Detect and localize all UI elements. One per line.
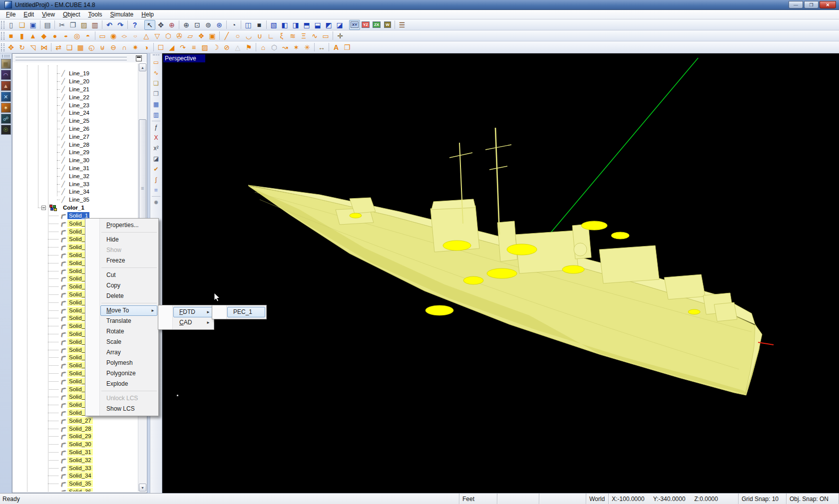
new-file-icon[interactable]: ▯ [5, 20, 16, 30]
tree-item-label[interactable]: Solid_32 [67, 457, 93, 464]
star-tool-icon[interactable]: ✶ [291, 42, 302, 52]
tree-item-label[interactable]: Line_31 [67, 165, 91, 172]
tree-row[interactable]: ╱Line_26 [59, 125, 91, 133]
copy-icon[interactable]: ❐ [67, 20, 78, 30]
help-icon[interactable]: ? [129, 20, 140, 30]
title-bar[interactable]: UntitledProj0 - EM.CUBE 14.8 — ❐ ✕ [0, 0, 839, 10]
tree-row[interactable]: ╱Line_22 [59, 93, 91, 101]
tree-item-label[interactable]: Line_30 [67, 157, 91, 164]
menu-item-polygonize[interactable]: Polygonize [85, 368, 158, 379]
tree-item-label[interactable]: Solid_30 [67, 441, 93, 448]
tree-row[interactable]: ╱Line_19 [59, 69, 91, 77]
tree-row[interactable]: ❮Solid_29 [59, 432, 93, 440]
hatch-tool-icon[interactable]: ▨ [199, 42, 210, 52]
menu-tools[interactable]: Tools [84, 10, 106, 18]
union-tool-icon[interactable]: ⊎ [97, 42, 108, 52]
disc-tool-icon[interactable]: ◇ [119, 31, 130, 41]
tree-item-label[interactable]: Solid_29 [67, 433, 93, 440]
view-isometric-icon[interactable]: ▧ [268, 20, 279, 30]
module-propagation-icon[interactable]: ◠ [1, 70, 11, 80]
cone-tool-icon[interactable]: ▲ [27, 31, 38, 41]
tree-row[interactable]: ╱Line_23 [59, 101, 91, 109]
tree-item-label[interactable]: Line_27 [67, 133, 91, 140]
menu-item-show[interactable]: Show [85, 245, 158, 255]
undo-icon[interactable]: ↶ [104, 20, 115, 30]
plot-icon[interactable]: ◪ [151, 154, 161, 164]
tree-item-label[interactable]: Color_1 [61, 204, 86, 211]
tree-item-label[interactable]: Line_28 [67, 141, 91, 148]
plane-zx-icon[interactable]: ZX [371, 20, 382, 30]
menu-item-fdtd[interactable]: FDTD► [158, 307, 214, 317]
tree-item-label[interactable]: Line_35 [67, 196, 91, 203]
tree-item-label[interactable]: Line_32 [67, 173, 91, 180]
trefoil-tool-icon[interactable]: ❖ [196, 31, 207, 41]
open-file-icon[interactable]: ❏ [16, 20, 27, 30]
arc-tool-icon[interactable]: ∪ [254, 31, 265, 41]
rotate-tool-icon[interactable]: ↻ [16, 42, 27, 52]
menu-help[interactable]: Help [137, 10, 158, 18]
menu-item-translate[interactable]: Translate [85, 316, 158, 326]
tree-item-label[interactable]: Line_21 [67, 86, 91, 93]
subtract-tool-icon[interactable]: ⊖ [108, 42, 119, 52]
tree-item-label[interactable]: Solid_33 [67, 465, 93, 472]
torus-tool-icon[interactable]: ◎ [71, 31, 82, 41]
tree-rebar[interactable] [12, 55, 147, 62]
tree-row[interactable]: ❮Solid_28 [59, 425, 93, 433]
point-tool-icon[interactable]: ✛ [335, 31, 346, 41]
tree-row[interactable]: ╱Line_32 [59, 172, 91, 180]
tree-item-label[interactable]: Line_24 [67, 109, 91, 116]
module-cubecad-icon[interactable]: ▦ [1, 59, 11, 69]
blend-tool-icon[interactable]: ↝ [280, 42, 291, 52]
menu-edit[interactable]: Edit [19, 10, 38, 18]
view-top-icon[interactable]: ⬒ [301, 20, 312, 30]
fillet-tool-icon[interactable]: ◵ [86, 42, 97, 52]
view-bottom-icon[interactable]: ⬓ [312, 20, 323, 30]
mesh-grid-icon[interactable]: ▦ [151, 99, 161, 109]
tree-item-label[interactable]: Line_20 [67, 78, 91, 85]
menu-item-cut[interactable]: Cut [85, 270, 158, 280]
mirror-tool-icon[interactable]: ⋈ [38, 42, 49, 52]
cage-tool-icon[interactable]: ☐ [155, 42, 166, 52]
view-back-icon[interactable]: ◨ [290, 20, 301, 30]
tree-item-label[interactable]: Line_19 [67, 70, 91, 77]
geometry-tree-icon[interactable]: ☰ [397, 20, 408, 30]
burst-tool-icon[interactable]: ✳ [302, 42, 313, 52]
tree-row[interactable]: ╱Line_27 [59, 133, 91, 141]
tree-item-label[interactable]: Line_22 [67, 94, 91, 101]
tree-row[interactable]: ╱Line_28 [59, 141, 91, 149]
toolbar-grip[interactable] [1, 21, 4, 29]
arc-u-tool-icon[interactable]: ◡ [243, 31, 254, 41]
spiral-tool-icon[interactable]: ✇ [174, 31, 185, 41]
module-antenna-icon[interactable]: ✶ [1, 103, 11, 113]
pipe-tool-icon[interactable]: ⊘ [221, 42, 232, 52]
bicone-tool-icon[interactable]: ◆ [38, 31, 49, 41]
tree-collapse-icon[interactable] [41, 206, 46, 210]
menu-item-hide[interactable]: Hide [85, 235, 158, 245]
geodesic-tool-icon[interactable]: ⬡ [163, 31, 174, 41]
polygon-tool-icon[interactable]: ▱ [185, 31, 196, 41]
unfold-icon[interactable]: ❐ [151, 89, 161, 99]
view-right-icon[interactable]: ◪ [334, 20, 345, 30]
mesh-settings-icon[interactable]: ▥ [151, 110, 161, 120]
layers-icon[interactable]: ❏ [151, 78, 161, 88]
tree-row[interactable]: ╱Line_24 [59, 109, 91, 117]
dimension-tool-icon[interactable]: ↔ [316, 42, 327, 52]
zoom-in-icon[interactable]: ⊕ [181, 20, 192, 30]
menu-item-explode[interactable]: Explode [85, 379, 158, 389]
tree-row[interactable]: ╱Line_30 [59, 156, 91, 164]
menu-item-properties[interactable]: Properties... [85, 220, 158, 231]
menu-object[interactable]: Object [59, 10, 84, 18]
pan-icon[interactable]: ✥ [155, 20, 166, 30]
tree-item-label[interactable]: Solid_28 [67, 425, 93, 432]
tree-row[interactable]: ╱Line_25 [59, 117, 91, 125]
pin-tool-icon[interactable]: ⚑ [243, 42, 254, 52]
fullscreen-icon[interactable]: ■ [254, 20, 265, 30]
scale-tool-icon[interactable]: ◹ [27, 42, 38, 52]
menu-item-polymesh[interactable]: Polymesh [85, 358, 158, 368]
hexagon-tool-icon[interactable]: ⬡ [269, 42, 280, 52]
pane-restore-icon[interactable] [136, 55, 142, 61]
plane-w-icon[interactable]: W [382, 20, 393, 30]
dome-tool-icon[interactable]: ◓ [82, 31, 93, 41]
sphere-tool-icon[interactable]: ● [49, 31, 60, 41]
circle-curve-tool-icon[interactable]: ○ [232, 31, 243, 41]
